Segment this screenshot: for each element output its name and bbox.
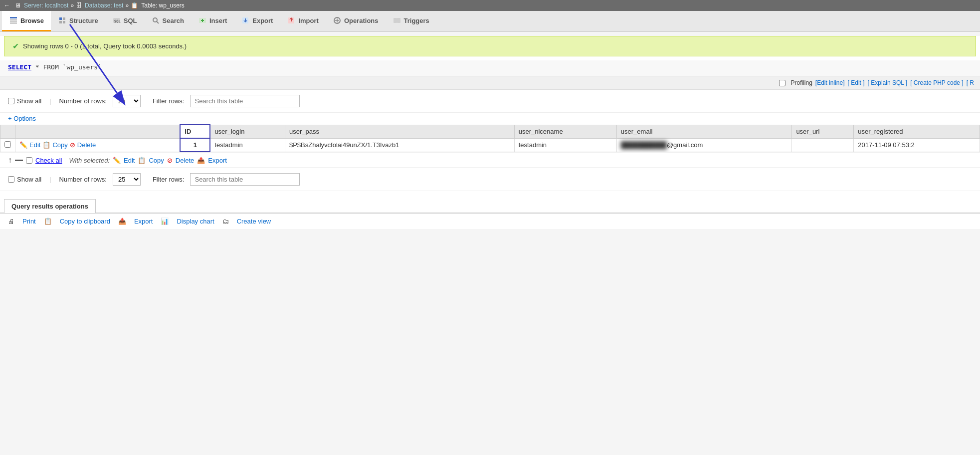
profiling-checkbox[interactable] <box>779 80 785 86</box>
tab-browse[interactable]: Browse <box>2 11 51 31</box>
explain-sql-link[interactable]: [ Explain SQL ] <box>868 79 908 86</box>
tab-operations[interactable]: Operations <box>326 11 386 31</box>
th-user-nicename[interactable]: user_nicename <box>514 125 616 138</box>
query-results-wrapper: Query results operations 🖨 Print 📋 Copy … <box>0 199 980 229</box>
num-rows-select[interactable]: 25 50 100 200 <box>113 95 141 107</box>
title-bar: ← 🖥 Server: localhost » 🗄 Database: test… <box>0 0 980 11</box>
email-domain: @gmail.com <box>667 141 703 149</box>
check-all-row: ↑ Check all With selected: ✏️ Edit 📋 Cop… <box>0 152 980 168</box>
th-user-url[interactable]: user_url <box>792 125 854 138</box>
svg-rect-7 <box>63 21 65 23</box>
profiling-label: Profiling <box>790 79 812 86</box>
edit-selected-btn[interactable]: Edit <box>124 157 135 164</box>
back-icon[interactable]: ← <box>4 2 10 9</box>
svg-rect-6 <box>59 21 62 23</box>
tab-structure[interactable]: Structure <box>51 11 105 31</box>
create-view-btn[interactable]: Create view <box>237 218 271 225</box>
edit-row-icon: ✏️ <box>19 141 27 149</box>
query-results-actions: 🖨 Print 📋 Copy to clipboard 📤 Export 📊 D… <box>0 213 980 229</box>
query-results-tab[interactable]: Query results operations <box>4 199 96 213</box>
tab-operations-label: Operations <box>344 17 379 24</box>
check-all-link[interactable]: Check all <box>35 157 62 164</box>
export-qr-icon: 📤 <box>118 218 126 225</box>
filter-input-top[interactable] <box>190 95 300 107</box>
table-icon: 📋 <box>131 2 138 9</box>
row-id: 1 <box>180 138 210 152</box>
divider2: | <box>49 176 51 183</box>
main-content: ✔ Showing rows 0 - 0 (1 total, Query too… <box>0 36 980 229</box>
sql-keyword: SELECT <box>8 63 31 71</box>
th-id[interactable]: ID <box>180 125 210 138</box>
delete-selected-btn[interactable]: Delete <box>176 157 195 164</box>
svg-rect-0 <box>10 17 17 18</box>
show-all-text: Show all <box>17 97 41 105</box>
svg-text:SQL: SQL <box>114 19 121 23</box>
tab-triggers-label: Triggers <box>404 17 429 24</box>
copy-selected-btn[interactable]: Copy <box>149 157 164 164</box>
create-php-link[interactable]: [ Create PHP code ] <box>910 79 964 86</box>
refresh-link[interactable]: [ R <box>967 79 974 86</box>
copy-clipboard-btn[interactable]: Copy to clipboard <box>60 218 110 225</box>
create-view-icon: 🗂 <box>222 218 229 225</box>
copy-selected-icon: 📋 <box>138 157 146 164</box>
browse-icon <box>9 16 18 25</box>
show-all-checkbox-2[interactable] <box>8 176 14 183</box>
tab-insert-label: Insert <box>209 17 227 24</box>
options-link[interactable]: + Options <box>0 113 980 124</box>
data-table: ID user_login user_pass user_nicename us… <box>0 124 980 152</box>
svg-line-11 <box>157 21 159 23</box>
row-user-url <box>792 138 854 152</box>
check-all-checkbox[interactable] <box>26 157 32 164</box>
svg-rect-4 <box>59 17 62 20</box>
db-icon: 🗄 <box>76 2 82 9</box>
export-selected-btn[interactable]: Export <box>208 157 227 164</box>
tab-sql[interactable]: SQL SQL <box>105 11 144 31</box>
num-rows-select-2[interactable]: 25 50 100 200 <box>113 173 141 186</box>
table-container: ID user_login user_pass user_nicename us… <box>0 124 980 152</box>
copy-row-btn[interactable]: Copy <box>52 141 67 149</box>
display-chart-btn[interactable]: Display chart <box>177 218 214 225</box>
database-link[interactable]: Database: test <box>85 2 123 9</box>
show-all-checkbox[interactable] <box>8 98 14 104</box>
delete-row-btn[interactable]: Delete <box>77 141 96 149</box>
success-banner: ✔ Showing rows 0 - 0 (1 total, Query too… <box>4 36 976 56</box>
export-icon <box>241 16 250 25</box>
row-checkbox[interactable] <box>4 141 11 148</box>
th-actions <box>15 125 181 138</box>
print-btn[interactable]: Print <box>22 218 36 225</box>
copy-row-icon: 📋 <box>42 141 50 149</box>
edit-inline-link[interactable]: [Edit inline] <box>815 79 845 86</box>
tab-triggers[interactable]: Triggers <box>386 11 436 31</box>
delete-row-icon: ⊘ <box>70 141 75 149</box>
edit-link[interactable]: [ Edit ] <box>848 79 865 86</box>
divider1: | <box>49 97 51 105</box>
th-user-pass[interactable]: user_pass <box>285 125 514 138</box>
show-all-label-2[interactable]: Show all <box>8 176 41 183</box>
show-all-label[interactable]: Show all <box>8 97 41 105</box>
th-user-registered[interactable]: user_registered <box>854 125 980 138</box>
tab-export[interactable]: Export <box>234 11 280 31</box>
svg-rect-5 <box>63 17 65 20</box>
table-row: ✏️ Edit 📋 Copy ⊘ Delete 1 testadmin $P$B… <box>0 138 980 152</box>
th-user-login[interactable]: user_login <box>210 125 285 138</box>
edit-row-btn[interactable]: Edit <box>29 141 40 149</box>
insert-icon <box>198 16 207 25</box>
server-link[interactable]: Server: localhost <box>24 2 68 9</box>
tab-insert[interactable]: Insert <box>191 11 234 31</box>
display-chart-icon: 📊 <box>161 218 169 225</box>
tab-search[interactable]: Search <box>144 11 191 31</box>
breadcrumb-sep1: » <box>70 2 74 9</box>
svg-rect-23 <box>397 18 400 23</box>
tab-import[interactable]: Import <box>280 11 325 31</box>
export-qr-btn[interactable]: Export <box>134 218 153 225</box>
tab-browse-label: Browse <box>20 17 44 24</box>
th-user-email[interactable]: user_email <box>616 125 792 138</box>
svg-rect-1 <box>10 19 17 20</box>
with-selected-label: With selected: <box>69 157 110 164</box>
email-blurred: ██████████ <box>621 141 667 149</box>
filter-input-bottom[interactable] <box>190 173 300 186</box>
up-arrow-icon: ↑ <box>8 156 12 165</box>
row-user-registered: 2017-11-09 07:53:2 <box>854 138 980 152</box>
sql-icon: SQL <box>112 16 121 25</box>
row-user-pass: $P$BsZhalyvcfolai49unZX/1.T3Ivazb1 <box>285 138 514 152</box>
